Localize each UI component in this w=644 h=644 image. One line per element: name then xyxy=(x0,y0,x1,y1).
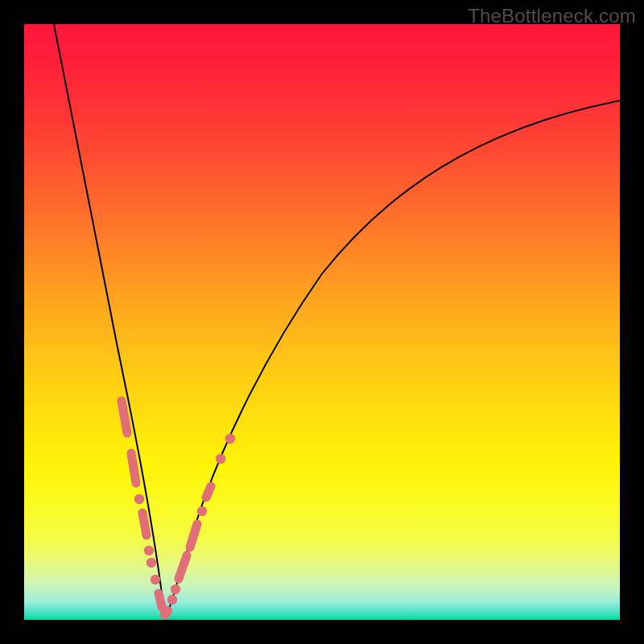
marker-bead xyxy=(147,558,156,568)
marker-bead xyxy=(179,555,187,579)
marker-bead xyxy=(171,584,180,594)
marker-bead xyxy=(190,524,197,547)
marker-bead xyxy=(163,606,172,616)
marker-bead xyxy=(134,494,144,504)
marker-bead xyxy=(151,575,160,584)
marker-bead xyxy=(144,546,154,555)
marker-bead xyxy=(206,486,211,497)
curve-right-branch xyxy=(167,101,620,617)
marker-bead xyxy=(225,434,235,444)
marker-bead xyxy=(131,453,136,483)
curve-left-branch xyxy=(54,24,167,617)
marker-bead xyxy=(197,506,207,516)
marker-bead xyxy=(167,595,177,605)
watermark-text: TheBottleneck.com xyxy=(468,5,636,27)
marker-bead xyxy=(159,593,162,607)
curve-overlay xyxy=(24,24,620,620)
chart-frame: TheBottleneck.com xyxy=(0,0,644,644)
marker-bead xyxy=(122,401,127,433)
marker-bead xyxy=(142,513,147,535)
marker-bead xyxy=(216,454,225,464)
